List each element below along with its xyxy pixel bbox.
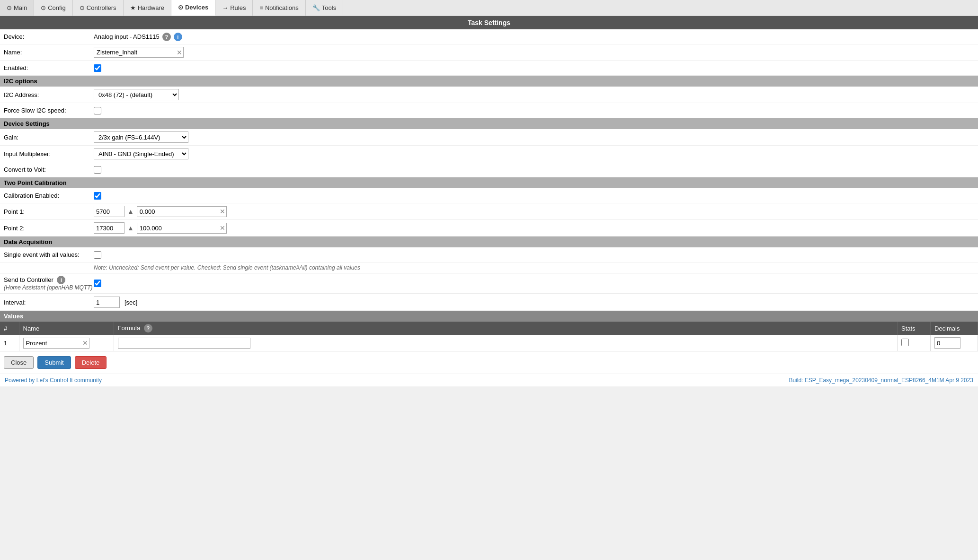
point1-label: Point 1: (4, 208, 94, 215)
delete-button[interactable]: Delete (75, 356, 107, 369)
row-formula-input[interactable] (118, 338, 250, 349)
i2c-address-label: I2C Address: (4, 91, 94, 98)
row-stats-checkbox[interactable] (901, 339, 909, 346)
task-settings-header: Task Settings (0, 16, 978, 29)
point1-raw-input[interactable] (94, 206, 124, 217)
nav-config[interactable]: ⊙ Config (34, 0, 73, 16)
send-controller-label-container: Send to Controller i (Home Assistant (op… (4, 276, 94, 291)
convert-volt-value-container (94, 166, 101, 174)
values-table-header-row: # Name Formula ? Stats Decimals (0, 322, 978, 335)
cal-enabled-label: Calibration Enabled: (4, 192, 94, 199)
device-help-icon[interactable]: ? (162, 33, 171, 41)
device-row: Device: Analog input - ADS1115 ? i (0, 29, 978, 44)
rules-icon: → (222, 4, 228, 11)
name-input[interactable] (94, 47, 184, 58)
cal-enabled-checkbox[interactable] (94, 192, 101, 200)
gain-select[interactable]: 2/3x gain (FS=6.144V) 1x gain (FS=4.096V… (94, 131, 188, 143)
gain-value-container: 2/3x gain (FS=6.144V) 1x gain (FS=4.096V… (94, 131, 188, 143)
point1-cal-input[interactable] (137, 206, 227, 217)
point2-raw-input[interactable] (94, 222, 124, 234)
nav-rules[interactable]: → Rules (215, 0, 253, 16)
i2c-address-value-container: 0x48 (72) - (default) 0x49 (73) 0x4A (74… (94, 89, 179, 100)
point2-arrow: ▲ (127, 224, 134, 232)
interval-label: Interval: (4, 299, 94, 306)
force-slow-label: Force Slow I2C speed: (4, 107, 94, 114)
send-controller-checkbox[interactable] (94, 280, 101, 287)
input-mux-select[interactable]: AIN0 - GND (Single-Ended) AIN1 - GND (Si… (94, 148, 188, 159)
enabled-checkbox[interactable] (94, 64, 101, 72)
point1-row: Point 1: ▲ ✕ (0, 203, 978, 220)
convert-volt-row: Convert to Volt: (0, 162, 978, 177)
data-acquisition-header: Data Acquisition (0, 236, 978, 247)
send-controller-value-container (94, 280, 101, 287)
point1-value-container: ▲ ✕ (94, 206, 227, 217)
force-slow-row: Force Slow I2C speed: (0, 103, 978, 118)
footer-left: Powered by Let's Control It community (5, 377, 102, 384)
controllers-icon: ⊙ (80, 4, 85, 11)
cal-enabled-row: Calibration Enabled: (0, 188, 978, 203)
name-clear-button[interactable]: ✕ (177, 49, 182, 56)
i2c-address-select[interactable]: 0x48 (72) - (default) 0x49 (73) 0x4A (74… (94, 89, 179, 100)
point1-cal-wrapper: ✕ (137, 206, 227, 217)
point1-clear-button[interactable]: ✕ (220, 208, 225, 215)
main-icon: ⊙ (7, 4, 12, 11)
point2-clear-button[interactable]: ✕ (220, 225, 225, 231)
single-event-checkbox[interactable] (94, 251, 101, 259)
nav-config-label: Config (48, 4, 66, 11)
nav-rules-label: Rules (230, 4, 246, 11)
formula-col-text: Formula (118, 324, 141, 332)
nav-notifications[interactable]: ≡ Notifications (253, 0, 305, 16)
convert-volt-label: Convert to Volt: (4, 166, 94, 173)
nav-hardware[interactable]: ★ Hardware (124, 0, 171, 16)
col-header-name: Name (19, 322, 114, 335)
two-point-cal-header: Two Point Calibration (0, 177, 978, 188)
point2-cal-input[interactable] (137, 223, 227, 234)
footer-right: Build: ESP_Easy_mega_20230409_normal_ESP… (789, 377, 973, 384)
row-num: 1 (0, 335, 19, 351)
single-event-row: Single event with all values: (0, 247, 978, 262)
nav-controllers-label: Controllers (87, 4, 116, 11)
row-decimals-cell (931, 335, 978, 351)
devices-icon: ⊙ (178, 4, 183, 11)
send-controller-label: Send to Controller i (4, 276, 94, 284)
point2-cal-wrapper: ✕ (137, 223, 227, 234)
notifications-icon: ≡ (259, 4, 263, 11)
footer: Powered by Let's Control It community Bu… (0, 374, 978, 386)
close-button[interactable]: Close (4, 356, 34, 369)
device-info-icon[interactable]: i (174, 33, 182, 41)
force-slow-checkbox[interactable] (94, 107, 101, 114)
name-label: Name: (4, 49, 94, 56)
interval-input[interactable] (94, 297, 120, 308)
gain-row: Gain: 2/3x gain (FS=6.144V) 1x gain (FS=… (0, 129, 978, 146)
main-content: Task Settings Device: Analog input - ADS… (0, 16, 978, 386)
row-name-cell: ✕ (19, 335, 114, 351)
name-row: Name: ✕ (0, 44, 978, 61)
input-mux-label: Input Multiplexer: (4, 150, 94, 158)
tools-icon: 🔧 (312, 4, 320, 11)
nav-hardware-label: Hardware (138, 4, 164, 11)
enabled-row: Enabled: (0, 61, 978, 76)
nav-notifications-label: Notifications (265, 4, 299, 11)
nav-devices[interactable]: ⊙ Devices (171, 0, 215, 16)
values-table: # Name Formula ? Stats Decimals 1 ✕ (0, 322, 978, 351)
row-name-clear-button[interactable]: ✕ (82, 340, 88, 346)
formula-help-icon[interactable]: ? (144, 324, 152, 332)
nav-controllers[interactable]: ⊙ Controllers (73, 0, 124, 16)
config-icon: ⊙ (41, 4, 46, 11)
send-controller-row: Send to Controller i (Home Assistant (op… (0, 273, 978, 294)
name-value-container: ✕ (94, 47, 184, 58)
row-decimals-input[interactable] (934, 337, 960, 349)
device-title: Analog input - ADS1115 ? i (94, 33, 182, 41)
task-settings-title: Task Settings (468, 19, 510, 26)
row-name-input[interactable] (23, 338, 89, 349)
submit-button[interactable]: Submit (37, 356, 71, 369)
nav-main[interactable]: ⊙ Main (0, 0, 34, 16)
convert-volt-checkbox[interactable] (94, 166, 101, 174)
input-mux-value-container: AIN0 - GND (Single-Ended) AIN1 - GND (Si… (94, 148, 188, 159)
gain-label: Gain: (4, 134, 94, 141)
nav-tools[interactable]: 🔧 Tools (306, 0, 343, 16)
i2c-address-row: I2C Address: 0x48 (72) - (default) 0x49 … (0, 87, 978, 103)
device-value-container: Analog input - ADS1115 ? i (94, 33, 182, 41)
send-controller-info-icon[interactable]: i (57, 276, 65, 284)
nav-tools-label: Tools (322, 4, 336, 11)
